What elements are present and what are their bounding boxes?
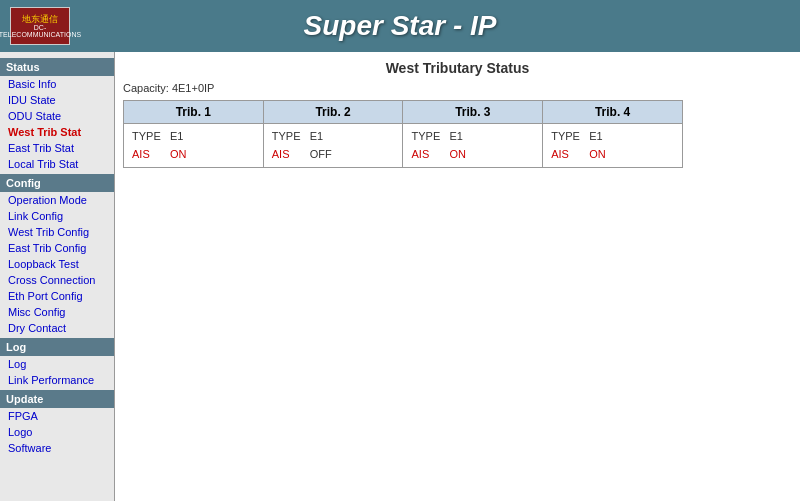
sidebar-item-operation-mode[interactable]: Operation Mode xyxy=(0,192,114,208)
sidebar-item-cross-connection[interactable]: Cross Connection xyxy=(0,272,114,288)
sidebar-item-local-trib-stat[interactable]: Local Trib Stat xyxy=(0,156,114,172)
sidebar-item-link-config[interactable]: Link Config xyxy=(0,208,114,224)
sidebar-item-fpga[interactable]: FPGA xyxy=(0,408,114,424)
page-title: West Tributary Status xyxy=(123,60,792,76)
trib-ais-label-3: AIS xyxy=(411,146,441,164)
sidebar-item-east-trib-config[interactable]: East Trib Config xyxy=(0,240,114,256)
sidebar: StatusBasic InfoIDU StateODU StateWest T… xyxy=(0,52,115,501)
trib-type-label-1: TYPE xyxy=(132,128,162,146)
trib-header-3: Trib. 3 xyxy=(403,101,543,124)
header: 地东通信 DC-TELECOMMUNICATIONS Super Star - … xyxy=(0,0,800,52)
trib-cell-1: TYPEE1AISON xyxy=(124,124,264,168)
app-title: Super Star - IP xyxy=(304,10,497,42)
sidebar-section-config: Config xyxy=(0,174,114,192)
sidebar-item-odu-state[interactable]: ODU State xyxy=(0,108,114,124)
content-area: West Tributary Status Capacity: 4E1+0IP … xyxy=(115,52,800,501)
sidebar-item-idu-state[interactable]: IDU State xyxy=(0,92,114,108)
trib-type-value-4: E1 xyxy=(589,128,602,146)
main-layout: StatusBasic InfoIDU StateODU StateWest T… xyxy=(0,52,800,501)
trib-type-value-3: E1 xyxy=(449,128,462,146)
sidebar-item-logo[interactable]: Logo xyxy=(0,424,114,440)
trib-table: Trib. 1Trib. 2Trib. 3Trib. 4 TYPEE1AISON… xyxy=(123,100,683,168)
logo: 地东通信 DC-TELECOMMUNICATIONS xyxy=(10,7,70,45)
trib-header-4: Trib. 4 xyxy=(543,101,683,124)
sidebar-item-misc-config[interactable]: Misc Config xyxy=(0,304,114,320)
trib-ais-value-3: ON xyxy=(449,146,466,164)
trib-ais-label-2: AIS xyxy=(272,146,302,164)
sidebar-item-eth-port-config[interactable]: Eth Port Config xyxy=(0,288,114,304)
trib-ais-value-2: OFF xyxy=(310,146,332,164)
sidebar-item-west-trib-stat[interactable]: West Trib Stat xyxy=(0,124,114,140)
sidebar-item-east-trib-stat[interactable]: East Trib Stat xyxy=(0,140,114,156)
trib-ais-value-1: ON xyxy=(170,146,187,164)
sidebar-item-west-trib-config[interactable]: West Trib Config xyxy=(0,224,114,240)
sidebar-item-basic-info[interactable]: Basic Info xyxy=(0,76,114,92)
trib-ais-label-1: AIS xyxy=(132,146,162,164)
trib-type-value-1: E1 xyxy=(170,128,183,146)
trib-cell-2: TYPEE1AISOFF xyxy=(263,124,403,168)
trib-type-label-3: TYPE xyxy=(411,128,441,146)
logo-box: 地东通信 DC-TELECOMMUNICATIONS xyxy=(10,7,70,45)
trib-ais-value-4: ON xyxy=(589,146,606,164)
capacity-label: Capacity: 4E1+0IP xyxy=(123,82,792,94)
logo-cn-text: 地东通信 xyxy=(22,14,58,25)
trib-header-2: Trib. 2 xyxy=(263,101,403,124)
sidebar-section-update: Update xyxy=(0,390,114,408)
sidebar-item-software[interactable]: Software xyxy=(0,440,114,456)
trib-ais-label-4: AIS xyxy=(551,146,581,164)
sidebar-item-link-performance[interactable]: Link Performance xyxy=(0,372,114,388)
sidebar-item-dry-contact[interactable]: Dry Contact xyxy=(0,320,114,336)
trib-cell-3: TYPEE1AISON xyxy=(403,124,543,168)
sidebar-item-log[interactable]: Log xyxy=(0,356,114,372)
sidebar-section-status: Status xyxy=(0,58,114,76)
trib-header-1: Trib. 1 xyxy=(124,101,264,124)
trib-type-label-2: TYPE xyxy=(272,128,302,146)
trib-type-value-2: E1 xyxy=(310,128,323,146)
trib-cell-4: TYPEE1AISON xyxy=(543,124,683,168)
trib-type-label-4: TYPE xyxy=(551,128,581,146)
sidebar-item-loopback-test[interactable]: Loopback Test xyxy=(0,256,114,272)
sidebar-section-log: Log xyxy=(0,338,114,356)
logo-en-text: DC-TELECOMMUNICATIONS xyxy=(0,24,81,38)
